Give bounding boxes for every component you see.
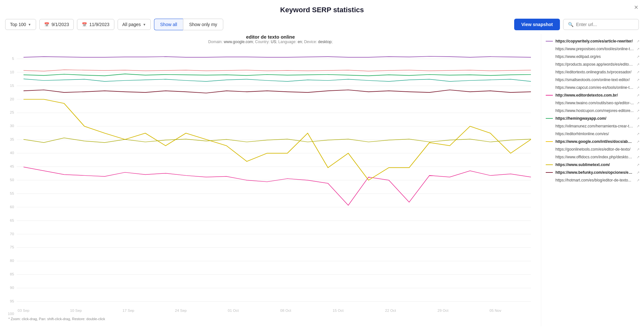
external-link-icon[interactable]: ↗ [637, 132, 639, 136]
legend-url-label: https://www.editpad.org/es [555, 54, 634, 59]
chart-domain: www.google.com [224, 40, 253, 44]
legend-color-indicator [546, 49, 553, 50]
svg-text:45: 45 [10, 164, 14, 168]
svg-text:10: 10 [10, 70, 14, 74]
external-link-icon[interactable]: ↗ [637, 78, 639, 82]
legend-url-label: https://smallseotools.com/online-text-ed… [555, 78, 634, 82]
toolbar: Top 100 ▼ 📅 9/1/2023 📅 11/9/2023 All pag… [0, 19, 644, 34]
legend-url-label: https://hemingwayapp.com/ [555, 116, 634, 121]
external-link-icon[interactable]: ↗ [637, 39, 639, 43]
external-link-icon[interactable]: ↗ [637, 70, 639, 74]
legend-color-indicator [546, 87, 553, 88]
legend-url-label: https://www.befunky.com/es/opciones/edit… [555, 170, 634, 175]
svg-text:50: 50 [10, 178, 14, 182]
svg-text:55: 55 [10, 191, 14, 195]
svg-text:75: 75 [10, 246, 14, 249]
legend-item[interactable]: https://www.offidocs.com/index.php/deskt… [541, 153, 644, 161]
legend-item[interactable]: https://www.hostcupon.com/mejores-editor… [541, 107, 644, 115]
external-link-icon[interactable]: ↗ [637, 55, 639, 59]
external-link-icon[interactable]: ↗ [637, 116, 639, 121]
svg-text:10 Sep: 10 Sep [70, 309, 82, 313]
date-start-label: 9/1/2023 [52, 22, 69, 27]
show-only-my-button[interactable]: Show only my [183, 19, 223, 30]
legend-item[interactable]: https://www.editpad.org/es↗ [541, 53, 644, 60]
legend-panel: https://copywritely.com/es/article-rewri… [541, 34, 644, 326]
top-selector-dropdown[interactable]: Top 100 ▼ [5, 19, 36, 30]
legend-color-indicator [546, 180, 553, 181]
legend-color-indicator [546, 41, 553, 42]
chart-container[interactable]: 5 10 15 20 25 30 35 40 45 50 55 60 65 70… [3, 45, 538, 315]
top-selector-label: Top 100 [10, 22, 26, 27]
legend-url-label: https://editorhtmlonline.com/es/ [555, 132, 634, 136]
svg-text:30: 30 [10, 124, 14, 128]
pages-selector-label: All pages [122, 22, 141, 27]
svg-text:01 Oct: 01 Oct [228, 309, 239, 313]
close-button[interactable]: × [634, 3, 638, 12]
legend-url-label: https://www.prepostseo.com/tool/es/onlin… [555, 47, 634, 51]
toolbar-left: Top 100 ▼ 📅 9/1/2023 📅 11/9/2023 All pag… [5, 19, 223, 30]
legend-item[interactable]: https://www.sublimetext.com/↗ [541, 161, 644, 169]
legend-item[interactable]: https://www.google.com/intl/es/docs/abou… [541, 138, 644, 145]
legend-item[interactable]: https://hotmart.com/es/blog/editor-de-te… [541, 176, 644, 184]
svg-text:40: 40 [10, 151, 14, 155]
legend-url-label: https://hotmart.com/es/blog/editor-de-te… [555, 178, 634, 182]
search-icon: 🔍 [568, 22, 573, 27]
svg-text:90: 90 [10, 286, 14, 290]
external-link-icon[interactable]: ↗ [637, 140, 639, 144]
legend-url-label: https://products.aspose.app/words/es/edi… [555, 62, 634, 67]
external-link-icon[interactable]: ↗ [637, 147, 639, 152]
external-link-icon[interactable]: ↗ [637, 163, 639, 167]
svg-text:80: 80 [10, 259, 14, 263]
url-search-input[interactable] [576, 22, 634, 27]
legend-color-indicator [546, 157, 553, 158]
legend-url-label: https://www.sublimetext.com/ [555, 162, 634, 167]
legend-url-label: https://copywritely.com/es/article-rewri… [555, 39, 634, 43]
legend-url-label: https://www.twaino.com/outils/seo-sp/edi… [555, 101, 634, 105]
legend-color-indicator [546, 172, 553, 173]
legend-item[interactable]: https://hemingwayapp.com/↗ [541, 115, 644, 122]
svg-text:65: 65 [10, 218, 14, 222]
legend-item[interactable]: https://www.befunky.com/es/opciones/edit… [541, 169, 644, 176]
svg-text:25: 25 [10, 111, 14, 115]
legend-color-indicator [546, 103, 553, 104]
chart-header: editor de texto online Domain: www.googl… [3, 34, 538, 44]
legend-item[interactable]: https://products.aspose.app/words/es/edi… [541, 60, 644, 68]
chart-svg: 5 10 15 20 25 30 35 40 45 50 55 60 65 70… [3, 45, 538, 315]
legend-item[interactable]: https://vilmanunez.com/herramienta-crear… [541, 122, 644, 130]
show-all-button[interactable]: Show all [154, 19, 183, 30]
pages-selector-dropdown[interactable]: All pages ▼ [118, 19, 151, 30]
svg-text:05 Nov: 05 Nov [489, 309, 501, 313]
legend-item[interactable]: https://editortexto.onlinegratis.tv/proc… [541, 68, 644, 76]
legend-url-label: https://www.google.com/intl/es/docs/abou… [555, 139, 634, 144]
external-link-icon[interactable]: ↗ [637, 62, 639, 67]
legend-url-label: https://www.hostcupon.com/mejores-editor… [555, 108, 634, 113]
external-link-icon[interactable]: ↗ [637, 109, 639, 113]
legend-item[interactable]: https://www.twaino.com/outils/seo-sp/edi… [541, 99, 644, 107]
legend-color-indicator [546, 118, 553, 119]
external-link-icon[interactable]: ↗ [637, 93, 639, 97]
external-link-icon[interactable]: ↗ [637, 124, 639, 128]
legend-item[interactable]: https://editorhtmlonline.com/es/↗ [541, 130, 644, 138]
date-end-picker[interactable]: 📅 11/9/2023 [77, 19, 114, 30]
svg-text:08 Oct: 08 Oct [280, 309, 292, 313]
svg-text:22 Oct: 22 Oct [385, 309, 396, 313]
legend-color-indicator [546, 64, 553, 65]
legend-item[interactable]: https://smallseotools.com/online-text-ed… [541, 76, 644, 84]
legend-color-indicator [546, 164, 553, 165]
external-link-icon[interactable]: ↗ [637, 155, 639, 159]
url-search-container: 🔍 [563, 19, 639, 30]
external-link-icon[interactable]: ↗ [637, 47, 639, 51]
external-link-icon[interactable]: ↗ [637, 171, 639, 175]
external-link-icon[interactable]: ↗ [637, 101, 639, 105]
date-start-picker[interactable]: 📅 9/1/2023 [39, 19, 74, 30]
legend-item[interactable]: https://www.capcut.com/es-es/tools/onlin… [541, 84, 644, 91]
svg-text:35: 35 [10, 138, 14, 142]
legend-item[interactable]: https://goonlinetools.com/es/editor-de-t… [541, 145, 644, 153]
external-link-icon[interactable]: ↗ [637, 178, 639, 182]
legend-color-indicator [546, 134, 553, 135]
external-link-icon[interactable]: ↗ [637, 86, 639, 90]
legend-item[interactable]: http://www.editordetextos.com.br/↗ [541, 91, 644, 99]
legend-item[interactable]: https://www.prepostseo.com/tool/es/onlin… [541, 45, 644, 53]
legend-item[interactable]: https://copywritely.com/es/article-rewri… [541, 37, 644, 45]
view-snapshot-button[interactable]: View snapshot [514, 19, 560, 30]
